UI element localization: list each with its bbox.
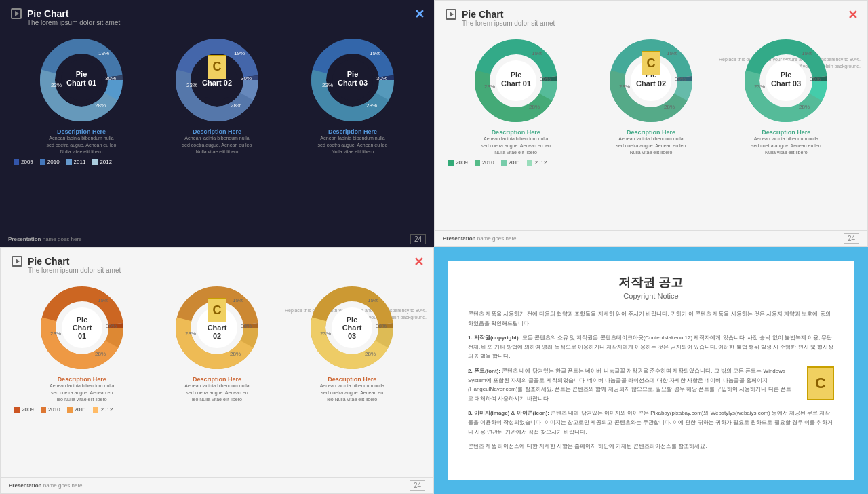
svg-text:03: 03 bbox=[348, 332, 356, 340]
copyright-logo: C bbox=[807, 366, 834, 400]
svg-text:19%: 19% bbox=[370, 50, 380, 56]
desc-block-3-3: Description Here Aenean lacinia bibendum… bbox=[320, 376, 384, 402]
svg-text:28%: 28% bbox=[664, 104, 675, 110]
svg-text:19%: 19% bbox=[98, 50, 109, 56]
panel-2-subtitle: The lorem ipsum dolor sit amet bbox=[462, 20, 856, 27]
desc-text-2: Aenean lacinia bibendum nullased coetra … bbox=[182, 135, 252, 155]
panel-4: 저작권 공고 Copyright Notice 콘텐츠 제품을 사용하기 전에 … bbox=[434, 247, 868, 494]
svg-text:Chart 03: Chart 03 bbox=[771, 79, 801, 88]
chart-item-3-2: Pie Chart 02 19% 30% 28% 23% C Descripti… bbox=[157, 284, 276, 402]
close-button-3[interactable]: ✕ bbox=[414, 254, 424, 269]
svg-text:02: 02 bbox=[213, 332, 221, 340]
legend-1: 2009 2010 2011 2012 bbox=[0, 155, 434, 169]
charts-area-3: Pie Chart 01 19% 30% 28% 23% Description… bbox=[1, 277, 433, 402]
svg-text:30%: 30% bbox=[810, 76, 821, 82]
copyright-title: 저작권 공고 bbox=[468, 274, 834, 290]
svg-text:23%: 23% bbox=[754, 83, 765, 90]
legend-2-2011: 2011 bbox=[501, 159, 521, 166]
chart-item-2-2: Pie Chart 02 19% 30% 28% 23% C Descripti… bbox=[591, 37, 710, 155]
svg-text:30%: 30% bbox=[540, 76, 551, 82]
donut-chart-3-1: Pie Chart 01 19% 30% 28% 23% bbox=[38, 284, 126, 372]
donut-chart-2-3: Pie Chart 03 19% 30% 28% 23% bbox=[742, 37, 830, 125]
desc-title-1: Description Here bbox=[47, 128, 117, 135]
svg-text:28%: 28% bbox=[366, 102, 377, 109]
svg-text:Chart 02: Chart 02 bbox=[636, 79, 666, 88]
svg-text:30%: 30% bbox=[241, 75, 252, 81]
legend-label-2010: 2010 bbox=[47, 159, 60, 165]
chart-item-1: Pie Chart 01 19% 30% 28% 23% Description… bbox=[22, 36, 141, 155]
legend-2: 2009 2010 2011 2012 bbox=[435, 155, 867, 170]
copyright-section3-title: 3. 이미지(image) & 아이콘(icon): bbox=[468, 410, 549, 416]
copyright-inner: 저작권 공고 Copyright Notice 콘텐츠 제품을 사용하기 전에 … bbox=[448, 261, 854, 480]
desc-text-3-1: Aenean lacinia bibendum nullased coetra … bbox=[50, 383, 114, 402]
charts-area-2: Pie Chart 01 19% 30% 28% 23% Description… bbox=[435, 30, 867, 155]
donut-chart-2-1: Pie Chart 01 19% 30% 28% 23% bbox=[472, 37, 560, 125]
legend-label-2009: 2009 bbox=[21, 159, 33, 165]
svg-text:23%: 23% bbox=[322, 82, 333, 88]
legend-2-2009: 2009 bbox=[448, 159, 468, 166]
legend-item-2011: 2011 bbox=[66, 159, 86, 165]
svg-text:30%: 30% bbox=[675, 76, 686, 82]
svg-text:23%: 23% bbox=[51, 82, 62, 88]
svg-text:19%: 19% bbox=[667, 50, 677, 56]
donut-chart-2: Pie Chart 02 19% 30% 28% 23% C bbox=[173, 36, 261, 124]
copyright-section1: 1. 저작권(copyright): 모든 콘텐츠의 소유 및 저작권은 콘텐츠… bbox=[468, 333, 834, 361]
svg-text:19%: 19% bbox=[532, 50, 542, 56]
close-button[interactable]: ✕ bbox=[414, 7, 425, 22]
svg-text:28%: 28% bbox=[231, 102, 241, 109]
svg-text:Chart 03: Chart 03 bbox=[338, 79, 368, 87]
svg-text:23%: 23% bbox=[50, 330, 61, 337]
svg-text:30%: 30% bbox=[376, 323, 387, 329]
panel-2: Pie Chart The lorem ipsum dolor sit amet… bbox=[434, 0, 868, 247]
legend-2-2012: 2012 bbox=[527, 159, 547, 166]
svg-text:23%: 23% bbox=[619, 83, 630, 90]
footer-num-1: 24 bbox=[410, 234, 426, 244]
panel-2-footer: Presentation name goes here 24 bbox=[435, 230, 867, 246]
donut-chart-3: Pie Chart 03 19% 30% 28% 23% bbox=[309, 36, 397, 124]
svg-text:Pie: Pie bbox=[347, 316, 358, 324]
copyright-intro: 콘텐츠 제품을 사용하기 전에 다음의 협약과 조항들을 자세히 읽어 주시기 … bbox=[468, 309, 834, 328]
footer-presentation-3: Presentation name goes here bbox=[9, 482, 83, 489]
svg-text:30%: 30% bbox=[376, 75, 387, 81]
desc-title-2-1: Description Here bbox=[481, 129, 551, 136]
copyright-section2-title: 2. 폰트(font): bbox=[468, 368, 500, 374]
desc-block-1: Description Here Aenean lacinia bibendum… bbox=[47, 128, 117, 155]
desc-title-2-2: Description Here bbox=[616, 129, 686, 136]
copyright-panel: 저작권 공고 Copyright Notice 콘텐츠 제품을 사용하기 전에 … bbox=[434, 247, 868, 494]
svg-text:28%: 28% bbox=[529, 104, 540, 110]
svg-text:Chart 02: Chart 02 bbox=[202, 79, 232, 87]
panel-1-title: Pie Chart bbox=[27, 8, 68, 19]
footer-presentation-2: Presentation name goes here bbox=[443, 235, 517, 242]
copyright-body: 콘텐츠 제품을 사용하기 전에 다음의 협약과 조항들을 자세히 읽어 주시기 … bbox=[468, 309, 834, 451]
svg-text:Pie: Pie bbox=[781, 71, 792, 79]
play-icon-2 bbox=[446, 9, 456, 20]
chart-item-2-1: Pie Chart 01 19% 30% 28% 23% Description… bbox=[456, 37, 575, 155]
svg-text:23%: 23% bbox=[185, 330, 196, 337]
donut-chart-1: Pie Chart 01 19% 30% 28% 23% bbox=[37, 36, 125, 124]
copyright-section2-body: 콘텐츠 내에 닦겨있는 한글 폰트는 네이버 나눔글꼴 저작권을 준수하며 제작… bbox=[468, 368, 791, 402]
copyright-section2: 2. 폰트(font): 콘텐츠 내에 닦겨있는 한글 폰트는 네이버 나눔글꼴… bbox=[468, 366, 834, 403]
legend-dot-2011 bbox=[66, 159, 72, 165]
svg-text:19%: 19% bbox=[233, 297, 243, 303]
copyright-section1-body: 모든 콘텐츠의 소유 및 저작권은 콘텐츠테이크아웃(Contentstakeo… bbox=[468, 335, 833, 359]
legend-label-2011: 2011 bbox=[74, 159, 86, 165]
footer-presentation-1: Presentation name goes here bbox=[8, 236, 82, 242]
play-icon-3 bbox=[12, 256, 22, 267]
svg-text:Chart 01: Chart 01 bbox=[501, 79, 531, 88]
svg-text:19%: 19% bbox=[368, 297, 378, 303]
chart-item-3-3: Pie Chart 03 19% 30% 28% 23% Description… bbox=[293, 284, 412, 402]
svg-text:Chart: Chart bbox=[208, 324, 227, 332]
close-button-2[interactable]: ✕ bbox=[848, 7, 858, 22]
panel-3: Pie Chart The lorem ipsum dolor sit amet… bbox=[0, 247, 434, 494]
desc-title-3-2: Description Here bbox=[184, 376, 249, 383]
svg-text:Chart 01: Chart 01 bbox=[66, 79, 96, 87]
panel-3-footer: Presentation name goes here 24 bbox=[1, 477, 433, 493]
desc-title-3-3: Description Here bbox=[320, 376, 384, 383]
legend-item-2010: 2010 bbox=[40, 159, 60, 165]
svg-text:28%: 28% bbox=[365, 351, 376, 357]
chart-item-3: Pie Chart 03 19% 30% 28% 23% Description… bbox=[294, 36, 412, 155]
panel-2-header: Pie Chart The lorem ipsum dolor sit amet bbox=[435, 1, 867, 30]
panel-3-title: Pie Chart bbox=[28, 256, 69, 267]
donut-chart-3-2: Pie Chart 02 19% 30% 28% 23% C bbox=[173, 284, 261, 372]
svg-text:19%: 19% bbox=[802, 50, 812, 56]
